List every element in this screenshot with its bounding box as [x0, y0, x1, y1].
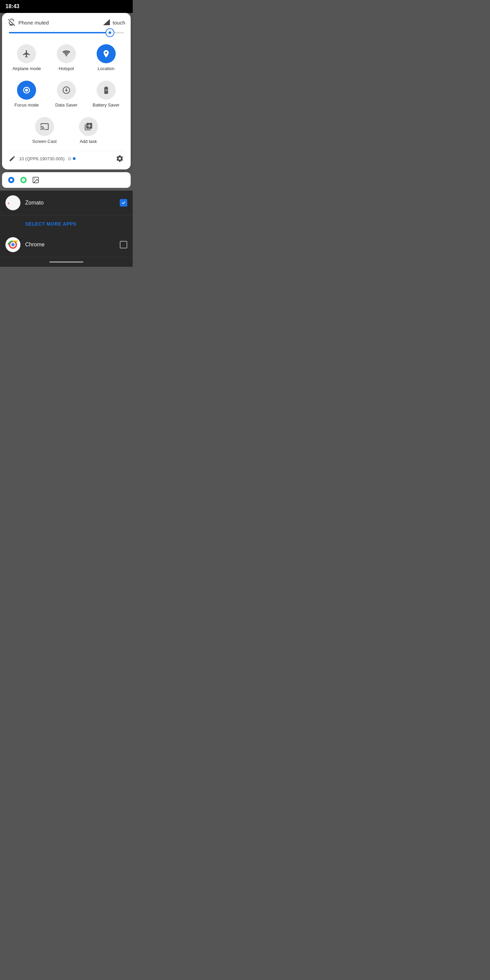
battery-saver-icon — [102, 86, 111, 95]
screen-cast-icon-circle — [35, 117, 54, 136]
version-text: 10 (QPP6.190730.005) — [19, 156, 65, 161]
svg-line-9 — [111, 31, 112, 31]
add-task-icon-circle — [79, 117, 98, 136]
airplane-mode-label: Airplane mode — [12, 66, 41, 71]
settings-icon[interactable] — [116, 154, 124, 163]
screen-cast-icon — [40, 122, 49, 131]
quick-tiles-grid: Airplane mode Hotspot Location — [8, 40, 125, 111]
notification-bar — [2, 172, 130, 188]
quick-settings-panel: Phone muted touch — [2, 13, 130, 169]
svg-line-4 — [108, 31, 108, 31]
tile-focus-mode[interactable]: Focus mode — [8, 76, 46, 111]
mute-icon — [8, 18, 16, 27]
screen-cast-label: Screen Cast — [32, 139, 57, 144]
hotspot-icon-circle — [57, 44, 76, 63]
checkmark-icon — [121, 200, 126, 205]
svg-point-1 — [109, 32, 111, 34]
location-icon-circle — [97, 44, 116, 63]
chrome-checkbox[interactable] — [120, 241, 127, 248]
panel-footer: 10 (QPP6.190730.005) — [8, 151, 125, 164]
svg-line-8 — [108, 34, 108, 34]
phone-muted-row: Phone muted — [8, 18, 49, 27]
touch-row: touch — [102, 18, 125, 27]
svg-point-11 — [25, 89, 28, 92]
chrome-app-icon — [5, 237, 21, 252]
tile-battery-saver[interactable]: Battery Saver — [87, 76, 125, 111]
app-list-item-chrome[interactable]: Chrome — [0, 232, 133, 257]
location-label: Location — [98, 66, 115, 71]
whatsapp-icon — [20, 176, 27, 184]
tile-location[interactable]: Location — [87, 40, 125, 75]
brightness-thumb[interactable] — [105, 28, 115, 37]
tile-data-saver[interactable]: Data Saver — [47, 76, 86, 111]
battery-saver-label: Battery Saver — [92, 102, 119, 108]
home-bar — [49, 261, 83, 263]
signal-icon — [102, 18, 111, 27]
sun-thumb-icon — [107, 30, 113, 35]
zomato-checkbox[interactable] — [120, 199, 127, 207]
tile-airplane-mode[interactable]: Airplane mode — [8, 40, 46, 75]
battery-saver-icon-circle — [97, 81, 116, 100]
svg-point-20 — [11, 243, 14, 247]
bottom-tiles-row: Screen Cast Add task — [8, 113, 125, 148]
phone-muted-label: Phone muted — [18, 20, 49, 25]
svg-point-13 — [10, 179, 12, 181]
image-icon — [32, 176, 40, 184]
home-indicator — [0, 257, 133, 267]
zomato-label: Zomato — [25, 200, 120, 206]
background-content: z Zomato SELECT MORE APPS Chrome — [0, 191, 133, 267]
status-time: 18:43 — [5, 3, 19, 10]
brightness-slider[interactable] — [9, 32, 124, 33]
status-bar: 18:43 — [0, 0, 133, 13]
zomato-logo-icon: z — [8, 199, 18, 206]
chrome-label: Chrome — [25, 242, 120, 248]
svg-point-16 — [34, 178, 35, 179]
hotspot-icon — [62, 49, 71, 58]
tile-screen-cast[interactable]: Screen Cast — [23, 113, 66, 148]
svg-marker-0 — [103, 19, 110, 25]
data-saver-label: Data Saver — [55, 102, 77, 108]
app-list-item-zomato[interactable]: z Zomato — [0, 191, 133, 215]
svg-line-5 — [111, 34, 112, 34]
dot-2 — [73, 157, 76, 160]
chrome-logo-icon — [7, 239, 19, 251]
tile-hotspot[interactable]: Hotspot — [47, 40, 86, 75]
focus-mode-icon-circle — [17, 81, 36, 100]
hotspot-label: Hotspot — [59, 66, 74, 71]
brightness-row[interactable] — [9, 32, 124, 33]
svg-text:z: z — [8, 202, 9, 205]
select-more-apps-row[interactable]: SELECT MORE APPS — [0, 215, 133, 232]
focus-mode-label: Focus mode — [14, 102, 39, 108]
data-saver-icon — [62, 86, 71, 95]
airplane-icon — [22, 49, 31, 58]
touch-label: touch — [113, 20, 125, 25]
page-dots — [68, 157, 76, 160]
add-task-icon — [84, 122, 93, 131]
zomato-app-icon: z — [5, 195, 21, 210]
blue-circle-icon — [8, 176, 15, 184]
dot-1 — [68, 157, 71, 160]
add-task-label: Add task — [80, 139, 97, 144]
focus-icon — [22, 86, 31, 95]
panel-header: Phone muted touch — [8, 18, 125, 27]
data-saver-icon-circle — [57, 81, 76, 100]
edit-icon[interactable] — [9, 155, 16, 162]
location-icon — [102, 49, 111, 58]
select-more-label[interactable]: SELECT MORE APPS — [25, 221, 76, 227]
footer-left: 10 (QPP6.190730.005) — [9, 155, 76, 162]
tile-add-task[interactable]: Add task — [67, 113, 110, 148]
airplane-mode-icon-circle — [17, 44, 36, 63]
